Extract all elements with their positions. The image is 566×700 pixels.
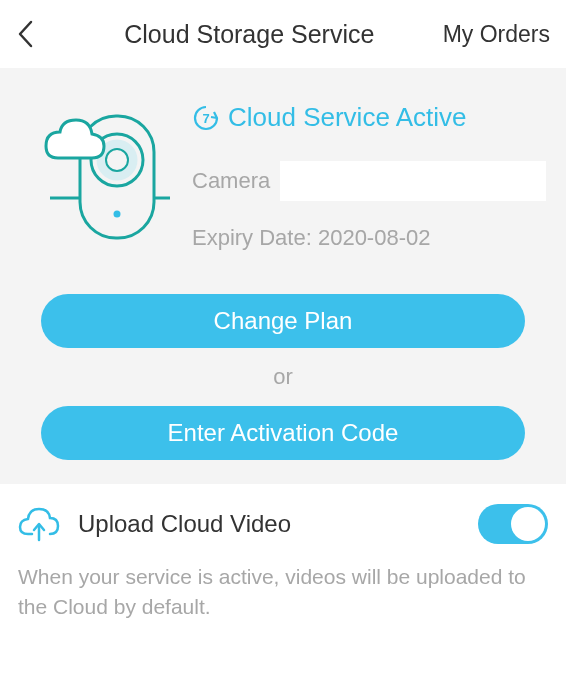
or-divider: or bbox=[20, 364, 546, 390]
camera-label: Camera bbox=[192, 168, 270, 194]
upload-toggle[interactable] bbox=[478, 504, 548, 544]
expiry-date: Expiry Date: 2020-08-02 bbox=[192, 225, 546, 251]
my-orders-link[interactable]: My Orders bbox=[443, 21, 550, 48]
upload-label: Upload Cloud Video bbox=[78, 510, 291, 538]
camera-illustration bbox=[20, 98, 180, 258]
camera-name-field bbox=[280, 161, 546, 201]
chevron-left-icon bbox=[16, 19, 34, 49]
svg-point-4 bbox=[114, 211, 121, 218]
cycle-badge-icon: 7 bbox=[192, 104, 220, 132]
toggle-knob bbox=[511, 507, 545, 541]
upload-description: When your service is active, videos will… bbox=[18, 562, 548, 623]
status-row: 7 Cloud Service Active bbox=[192, 102, 546, 133]
info-column: 7 Cloud Service Active Camera Expiry Dat… bbox=[192, 98, 546, 251]
svg-point-3 bbox=[106, 149, 128, 171]
page-title: Cloud Storage Service bbox=[56, 20, 443, 49]
cloud-upload-icon bbox=[18, 506, 60, 542]
camera-row: Camera bbox=[192, 161, 546, 201]
header: Cloud Storage Service My Orders bbox=[0, 0, 566, 68]
upload-row: Upload Cloud Video bbox=[18, 504, 548, 544]
service-card: 7 Cloud Service Active Camera Expiry Dat… bbox=[0, 68, 566, 484]
upload-section: Upload Cloud Video When your service is … bbox=[0, 484, 566, 643]
card-top: 7 Cloud Service Active Camera Expiry Dat… bbox=[20, 98, 546, 258]
badge-number: 7 bbox=[202, 111, 209, 126]
enter-activation-code-button[interactable]: Enter Activation Code bbox=[41, 406, 525, 460]
status-text: Cloud Service Active bbox=[228, 102, 466, 133]
back-button[interactable] bbox=[16, 19, 56, 49]
change-plan-button[interactable]: Change Plan bbox=[41, 294, 525, 348]
upload-left: Upload Cloud Video bbox=[18, 506, 291, 542]
